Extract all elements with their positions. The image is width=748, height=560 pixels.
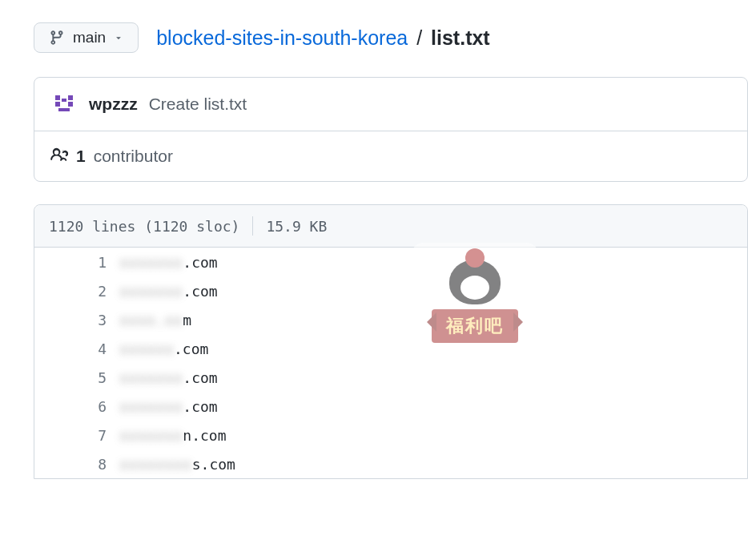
people-icon [50, 146, 68, 167]
blurred-text: xxxxxxx [119, 398, 183, 415]
line-content: xxxxxxx.com [119, 398, 218, 415]
line-content: xxxxxxxxs.com [119, 456, 235, 473]
branch-name: main [73, 29, 106, 46]
contributor-count: 1 [76, 147, 86, 166]
line-number[interactable]: 8 [34, 456, 119, 473]
blurred-text: xxxx.xx [119, 312, 183, 328]
clear-text: .com [183, 254, 217, 271]
line-content: xxxxxx.com [119, 340, 208, 357]
svg-rect-5 [68, 102, 73, 107]
branch-select-button[interactable]: main [34, 22, 139, 53]
clear-text: n.com [183, 427, 226, 444]
contributors-row[interactable]: 1 contributor [34, 131, 747, 181]
stats-divider [252, 216, 253, 236]
file-size: 15.9 KB [266, 218, 327, 235]
file-panel: 1120 lines (1120 sloc) 15.9 KB 福利吧 1xxxx… [34, 204, 748, 479]
blurred-text: xxxxxxxx [119, 456, 192, 473]
line-number[interactable]: 1 [34, 254, 119, 271]
svg-rect-1 [55, 95, 60, 100]
commit-panel: wpzzz Create list.txt 1 contributor [34, 77, 748, 182]
breadcrumb-separator: / [416, 26, 422, 49]
line-content: xxxxxxx.com [119, 254, 218, 271]
line-number[interactable]: 2 [34, 283, 119, 300]
file-content: 福利吧 1xxxxxxx.com2xxxxxxx.com3xxxx.xxm4xx… [34, 248, 747, 478]
line-number[interactable]: 3 [34, 312, 119, 328]
line-content: xxxx.xxm [119, 312, 191, 328]
blurred-text: xxxxxxx [119, 369, 183, 386]
line-number[interactable]: 6 [34, 398, 119, 415]
blurred-text: xxxxxx [119, 340, 174, 357]
code-line: 6xxxxxxx.com [34, 392, 747, 421]
code-line: 3xxxx.xxm [34, 305, 747, 334]
contributor-label: contributor [94, 147, 173, 166]
line-number[interactable]: 7 [34, 427, 119, 444]
latest-commit-row: wpzzz Create list.txt [34, 78, 747, 131]
svg-rect-6 [58, 108, 70, 111]
avatar[interactable] [50, 91, 78, 118]
clear-text: .com [183, 369, 217, 386]
code-line: 8xxxxxxxxs.com [34, 449, 747, 478]
line-number[interactable]: 4 [34, 340, 119, 357]
breadcrumb-repo-link[interactable]: blocked-sites-in-south-korea [156, 26, 408, 49]
blurred-text: xxxxxxx [119, 254, 183, 271]
svg-rect-2 [68, 95, 73, 100]
clear-text: m [183, 312, 191, 328]
breadcrumb: blocked-sites-in-south-korea / list.txt [156, 26, 490, 50]
svg-rect-4 [55, 102, 60, 107]
code-line: 5xxxxxxx.com [34, 363, 747, 392]
clear-text: .com [174, 340, 208, 357]
breadcrumb-file: list.txt [431, 26, 490, 49]
line-number[interactable]: 5 [34, 369, 119, 386]
line-content: xxxxxxxn.com [119, 427, 227, 444]
git-branch-icon [49, 30, 65, 46]
file-stats-bar: 1120 lines (1120 sloc) 15.9 KB [34, 205, 747, 248]
svg-rect-3 [62, 99, 66, 102]
commit-author-link[interactable]: wpzzz [89, 95, 138, 114]
clear-text: .com [183, 398, 217, 415]
blurred-text: xxxxxxx [119, 427, 183, 444]
clear-text: .com [183, 283, 217, 300]
clear-text: s.com [192, 456, 235, 473]
code-line: 7xxxxxxxn.com [34, 421, 747, 449]
code-line: 1xxxxxxx.com [34, 248, 747, 276]
commit-message[interactable]: Create list.txt [149, 95, 247, 114]
blurred-text: xxxxxxx [119, 283, 183, 300]
caret-down-icon [114, 33, 123, 42]
line-content: xxxxxxx.com [119, 369, 218, 386]
code-line: 2xxxxxxx.com [34, 276, 747, 305]
code-line: 4xxxxxx.com [34, 334, 747, 363]
line-content: xxxxxxx.com [119, 283, 218, 300]
file-line-count: 1120 lines (1120 sloc) [49, 218, 239, 235]
svg-rect-0 [50, 91, 78, 118]
